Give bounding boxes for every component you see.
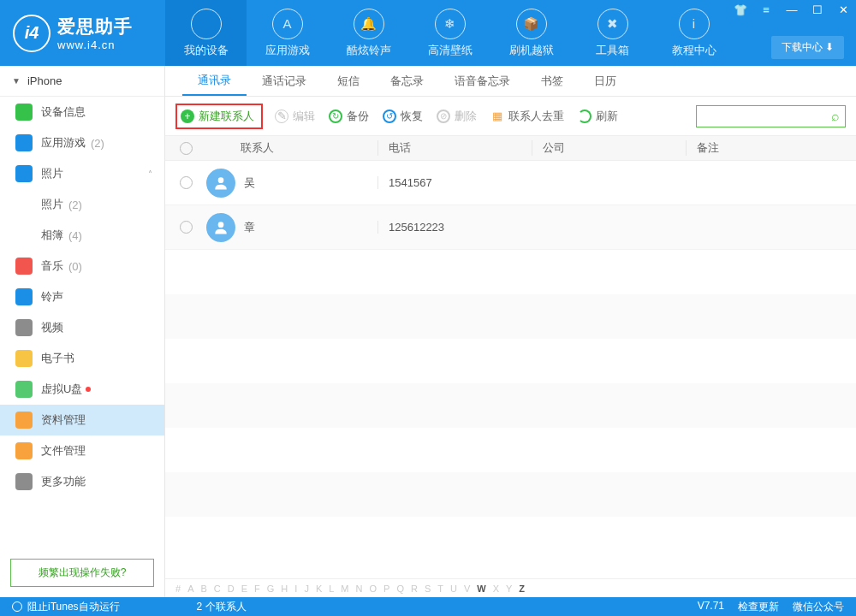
sidebar: ▼ iPhone 设备信息应用游戏(2)照片˄照片(2)相簿(4)音乐(0)铃声… bbox=[0, 66, 165, 597]
alpha-P[interactable]: P bbox=[383, 583, 389, 594]
tab-通讯录[interactable]: 通讯录 bbox=[182, 66, 247, 96]
sidebar-item-视频[interactable]: 视频 bbox=[0, 312, 164, 343]
alpha-F[interactable]: F bbox=[254, 583, 260, 594]
refresh-button[interactable]: 刷新 bbox=[578, 109, 618, 124]
alpha-D[interactable]: D bbox=[228, 583, 235, 594]
alpha-E[interactable]: E bbox=[241, 583, 247, 594]
alpha-V[interactable]: V bbox=[464, 583, 470, 594]
alpha-W[interactable]: W bbox=[477, 583, 485, 594]
alpha-K[interactable]: K bbox=[316, 583, 322, 594]
nav-我的设备[interactable]: 我的设备 bbox=[165, 0, 247, 66]
wechat-button[interactable]: 微信公众号 bbox=[793, 600, 844, 614]
select-all-checkbox[interactable] bbox=[180, 142, 193, 155]
alpha-#[interactable]: # bbox=[175, 583, 181, 594]
nav-高清壁纸[interactable]: ❄高清壁纸 bbox=[409, 0, 490, 66]
help-button[interactable]: 频繁出现操作失败? bbox=[10, 559, 154, 587]
sidebar-icon bbox=[15, 165, 33, 182]
alpha-R[interactable]: R bbox=[411, 583, 418, 594]
check-update-button[interactable]: 检查更新 bbox=[738, 600, 779, 614]
sidebar-icon bbox=[15, 319, 33, 336]
alpha-T[interactable]: T bbox=[437, 583, 443, 594]
svg-point-0 bbox=[218, 177, 224, 183]
alpha-N[interactable]: N bbox=[356, 583, 363, 594]
alpha-M[interactable]: M bbox=[341, 583, 348, 594]
chevron-up-icon: ˄ bbox=[148, 169, 152, 179]
alpha-H[interactable]: H bbox=[281, 583, 288, 594]
download-center-button[interactable]: 下载中心 ⬇ bbox=[771, 36, 844, 59]
nav-教程中心[interactable]: i教程中心 bbox=[653, 0, 734, 66]
table-row[interactable]: 章 125612223 bbox=[165, 205, 856, 250]
alpha-Z[interactable]: Z bbox=[519, 583, 525, 594]
menu-icon[interactable]: ≡ bbox=[753, 0, 779, 19]
logo[interactable]: i4 爱思助手 www.i4.cn bbox=[0, 0, 165, 66]
sidebar-item-资料管理[interactable]: 资料管理 bbox=[0, 405, 164, 435]
search-box[interactable]: ⌕ bbox=[696, 105, 846, 127]
nav-icon: ✖ bbox=[597, 9, 628, 39]
nav-icon: 📦 bbox=[516, 9, 547, 39]
alpha-C[interactable]: C bbox=[214, 583, 221, 594]
plus-icon: + bbox=[181, 110, 194, 123]
alpha-I[interactable]: I bbox=[294, 583, 297, 594]
col-contact[interactable]: 联系人 bbox=[206, 140, 377, 156]
tab-语音备忘录[interactable]: 语音备忘录 bbox=[439, 66, 526, 96]
alpha-B[interactable]: B bbox=[200, 583, 206, 594]
alpha-L[interactable]: L bbox=[329, 583, 334, 594]
col-note[interactable]: 备注 bbox=[686, 140, 856, 156]
nav-应用游戏[interactable]: A应用游戏 bbox=[247, 0, 328, 66]
tab-通话记录[interactable]: 通话记录 bbox=[247, 66, 322, 96]
alpha-S[interactable]: S bbox=[425, 583, 431, 594]
alpha-X[interactable]: X bbox=[493, 583, 499, 594]
edit-button[interactable]: ✎ 编辑 bbox=[275, 109, 315, 124]
edit-icon: ✎ bbox=[275, 110, 288, 123]
alpha-A[interactable]: A bbox=[187, 583, 193, 594]
restore-button[interactable]: ↺ 恢复 bbox=[383, 109, 423, 124]
backup-button[interactable]: ↻ 备份 bbox=[329, 109, 369, 124]
sidebar-item-更多功能[interactable]: 更多功能 bbox=[0, 466, 164, 497]
table-row[interactable]: 吴 1541567 bbox=[165, 161, 856, 205]
sidebar-icon bbox=[15, 134, 33, 151]
alpha-index: #ABCDEFGHIJKLMNOPQRSTUVWXYZ bbox=[165, 578, 856, 597]
tab-日历[interactable]: 日历 bbox=[579, 66, 632, 96]
sidebar-item-设备信息[interactable]: 设备信息 bbox=[0, 97, 164, 127]
alpha-J[interactable]: J bbox=[304, 583, 309, 594]
alpha-G[interactable]: G bbox=[267, 583, 275, 594]
row-checkbox[interactable] bbox=[180, 221, 193, 234]
alpha-Q[interactable]: Q bbox=[396, 583, 404, 594]
row-checkbox[interactable] bbox=[180, 176, 193, 189]
theme-icon[interactable]: 👕 bbox=[728, 0, 753, 19]
minimize-icon[interactable]: — bbox=[779, 0, 805, 19]
itunes-checkbox[interactable] bbox=[12, 601, 22, 612]
nav-工具箱[interactable]: ✖工具箱 bbox=[572, 0, 653, 66]
sidebar-item-照片[interactable]: 照片(2) bbox=[0, 189, 164, 220]
alpha-U[interactable]: U bbox=[450, 583, 457, 594]
sidebar-item-应用游戏[interactable]: 应用游戏(2) bbox=[0, 127, 164, 158]
sidebar-item-虚拟U盘[interactable]: 虚拟U盘 bbox=[0, 374, 164, 405]
sidebar-item-相簿[interactable]: 相簿(4) bbox=[0, 220, 164, 251]
sidebar-item-音乐[interactable]: 音乐(0) bbox=[0, 251, 164, 281]
nav-刷机越狱[interactable]: 📦刷机越狱 bbox=[490, 0, 572, 66]
close-icon[interactable]: ✕ bbox=[830, 0, 856, 19]
dedup-button[interactable]: ▦ 联系人去重 bbox=[490, 109, 564, 124]
delete-button[interactable]: ⊘ 删除 bbox=[437, 109, 477, 124]
sidebar-icon bbox=[15, 258, 33, 275]
sidebar-item-照片[interactable]: 照片˄ bbox=[0, 158, 164, 189]
nav-酷炫铃声[interactable]: 🔔酷炫铃声 bbox=[328, 0, 409, 66]
alpha-Y[interactable]: Y bbox=[506, 583, 512, 594]
col-phone[interactable]: 电话 bbox=[377, 140, 532, 156]
search-input[interactable] bbox=[702, 110, 831, 122]
sidebar-item-铃声[interactable]: 铃声 bbox=[0, 281, 164, 312]
tab-书签[interactable]: 书签 bbox=[526, 66, 579, 96]
tab-短信[interactable]: 短信 bbox=[322, 66, 375, 96]
contact-count: 2 个联系人 bbox=[197, 600, 247, 614]
device-header[interactable]: ▼ iPhone bbox=[0, 66, 164, 97]
alpha-O[interactable]: O bbox=[369, 583, 377, 594]
search-icon[interactable]: ⌕ bbox=[831, 109, 840, 124]
refresh-icon bbox=[578, 110, 591, 123]
col-company[interactable]: 公司 bbox=[532, 140, 686, 156]
new-contact-button[interactable]: + 新建联系人 bbox=[181, 109, 254, 124]
sidebar-icon bbox=[15, 381, 33, 398]
sidebar-item-文件管理[interactable]: 文件管理 bbox=[0, 435, 164, 466]
sidebar-item-电子书[interactable]: 电子书 bbox=[0, 343, 164, 374]
tab-备忘录[interactable]: 备忘录 bbox=[375, 66, 439, 96]
maximize-icon[interactable]: ☐ bbox=[805, 0, 830, 19]
